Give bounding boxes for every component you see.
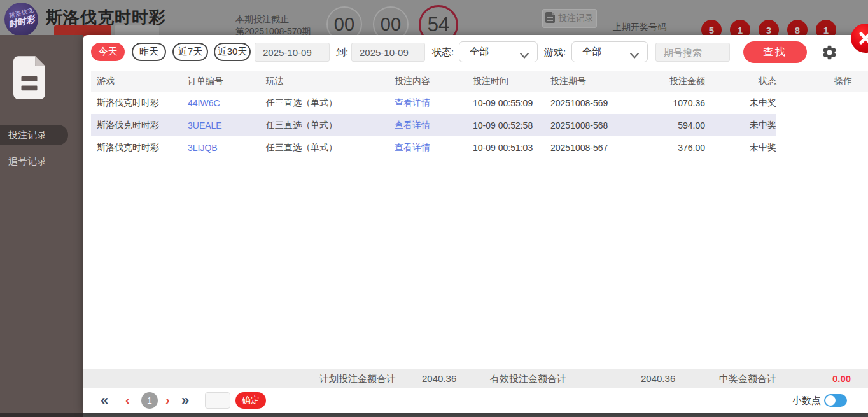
cell-amount: 376.00 xyxy=(668,143,705,153)
decimal-toggle[interactable] xyxy=(824,394,847,407)
col-order: 订单编号 xyxy=(188,76,266,87)
game-select-value: 全部 xyxy=(582,46,601,58)
cell-amount: 1070.36 xyxy=(668,98,705,108)
col-action: 操作 xyxy=(776,76,868,87)
cell-status: 未中奖 xyxy=(705,97,776,109)
table-row: 斯洛伐克时时彩 44IW6C 任三直选（单式） 查看详情 10-09 00:55… xyxy=(91,92,776,114)
confirm-page-button[interactable]: 确定 xyxy=(235,392,266,409)
bottom-strip-left xyxy=(0,413,83,417)
to-label: 到: xyxy=(336,46,348,59)
order-link[interactable]: 3UEALE xyxy=(188,120,266,131)
sidebar-item-bet-records[interactable]: 投注记录 xyxy=(0,125,68,145)
col-amount: 投注金额 xyxy=(668,76,705,87)
cell-issue: 20251008-569 xyxy=(550,98,668,108)
last-draw-label: 上期开奖号码 xyxy=(613,22,666,33)
game-label: 游戏: xyxy=(544,46,566,59)
chevron-down-icon xyxy=(520,50,529,60)
cell-status: 未中奖 xyxy=(705,120,776,131)
col-status: 状态 xyxy=(705,76,776,87)
valid-total-value: 2040.36 xyxy=(641,369,675,388)
cell-time: 10-09 00:52:58 xyxy=(473,120,550,131)
table-row: 斯洛伐克时时彩 3UEALE 任三直选（单式） 查看详情 10-09 00:52… xyxy=(91,114,776,136)
cell-status: 未中奖 xyxy=(705,142,776,153)
col-time: 投注时间 xyxy=(473,76,550,87)
order-link[interactable]: 3LIJQB xyxy=(188,143,266,153)
bet-records-modal: 今天 昨天 近7天 近30天 到: 状态: 全部 游戏: 全部 查找 游戏 订单… xyxy=(83,35,868,413)
order-link[interactable]: 44IW6C xyxy=(188,98,266,108)
sidebar: 投注记录 追号记录 xyxy=(0,35,83,413)
filter-today-button[interactable]: 今天 xyxy=(91,43,125,61)
prev-page-icon[interactable]: ‹ xyxy=(125,388,130,413)
deadline-label: 本期投注截止 xyxy=(235,14,289,25)
col-play: 玩法 xyxy=(266,76,395,87)
planned-total-label: 计划投注金额合计 xyxy=(319,369,396,388)
cell-amount: 594.00 xyxy=(668,120,705,131)
next-page-icon[interactable]: › xyxy=(165,388,170,413)
status-select[interactable]: 全部 xyxy=(459,41,538,62)
first-page-icon[interactable]: « xyxy=(101,388,108,413)
cell-play: 任三直选（单式） xyxy=(266,97,395,109)
game-select[interactable]: 全部 xyxy=(571,41,648,62)
cell-game: 斯洛伐克时时彩 xyxy=(97,142,188,153)
date-to-input[interactable] xyxy=(351,43,425,62)
cell-game: 斯洛伐克时时彩 xyxy=(97,97,188,109)
win-total-value: 0.00 xyxy=(832,369,851,388)
document-icon xyxy=(545,12,555,25)
bet-record-button[interactable]: 投注记录 xyxy=(542,9,597,28)
search-button[interactable]: 查找 xyxy=(743,41,807,63)
date-from-input[interactable] xyxy=(255,43,330,62)
records-icon xyxy=(13,56,45,102)
view-details-link[interactable]: 查看详情 xyxy=(395,97,473,109)
bet-record-button-label: 投注记录 xyxy=(558,13,594,24)
view-details-link[interactable]: 查看详情 xyxy=(395,142,473,153)
col-game: 游戏 xyxy=(97,76,188,87)
chevron-down-icon xyxy=(630,50,639,60)
valid-total-label: 有效投注金额合计 xyxy=(490,369,566,388)
toggle-knob xyxy=(825,395,836,406)
cell-time: 10-09 00:51:03 xyxy=(473,143,550,153)
col-issue: 投注期号 xyxy=(550,76,668,87)
last-page-icon[interactable]: » xyxy=(181,388,189,413)
status-label: 状态: xyxy=(432,46,454,59)
col-content: 投注内容 xyxy=(395,76,473,87)
view-details-link[interactable]: 查看详情 xyxy=(395,120,473,131)
lottery-logo: 斯洛伐克 时时彩 xyxy=(4,3,38,36)
decimal-toggle-label: 小数点 xyxy=(792,388,821,413)
filter-last30-button[interactable]: 近30天 xyxy=(214,43,251,61)
table-row: 斯洛伐克时时彩 3LIJQB 任三直选（单式） 查看详情 10-09 00:51… xyxy=(91,136,776,159)
cell-issue: 20251008-568 xyxy=(550,120,668,131)
pagination-bar: « ‹ 1 › » 确定 小数点 xyxy=(83,388,868,413)
cell-game: 斯洛伐克时时彩 xyxy=(97,120,188,131)
bottom-strip-right xyxy=(83,413,868,417)
cell-play: 任三直选（单式） xyxy=(266,142,395,153)
table-header-row: 游戏 订单编号 玩法 投注内容 投注时间 投注期号 投注金额 状态 操作 xyxy=(91,71,868,92)
settings-gear-icon[interactable] xyxy=(821,44,838,61)
cell-play: 任三直选（单式） xyxy=(266,120,395,131)
filter-last7-button[interactable]: 近7天 xyxy=(172,43,208,61)
cell-issue: 20251008-567 xyxy=(550,143,668,153)
totals-bar: 计划投注金额合计 2040.36 有效投注金额合计 2040.36 中奖金额合计… xyxy=(83,369,868,388)
sidebar-item-chase-records[interactable]: 追号记录 xyxy=(0,151,46,171)
issue-search-input[interactable] xyxy=(655,43,730,62)
screen: 斯洛伐克 时时彩 斯洛伐克时时彩 本期投注截止 第20251008-570期 0… xyxy=(0,0,868,417)
cell-time: 10-09 00:55:09 xyxy=(473,98,550,108)
filter-yesterday-button[interactable]: 昨天 xyxy=(132,43,166,61)
page-number-input[interactable] xyxy=(205,392,230,409)
planned-total-value: 2040.36 xyxy=(422,369,456,388)
win-total-label: 中奖金额合计 xyxy=(719,369,776,388)
status-select-value: 全部 xyxy=(470,46,489,58)
current-page-badge[interactable]: 1 xyxy=(141,392,158,409)
